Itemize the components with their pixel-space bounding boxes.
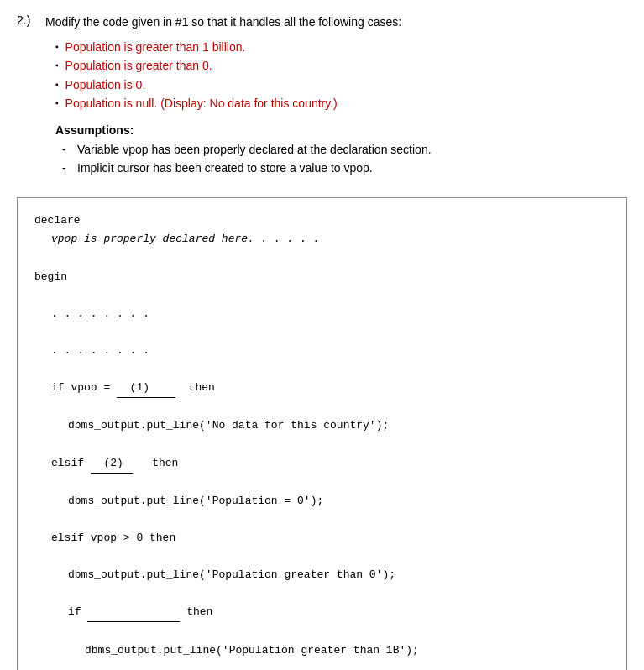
question-number: 2.) — [17, 13, 40, 191]
code-line-vpop-decl: vpop is properly declared here. . . . . … — [34, 230, 610, 249]
code-line-blank9 — [34, 584, 610, 603]
code-line-if2: if then — [34, 603, 610, 622]
bullet-item-3: Population is 0. — [55, 76, 432, 94]
code-line-blank6 — [34, 474, 610, 492]
assumption-item-2: - Implicit cursor has been created to st… — [55, 159, 432, 177]
code-line-elsif1: elsif (2) then — [34, 454, 610, 474]
question-text: Modify the code given in #1 so that it h… — [45, 13, 432, 31]
bullet-item-1: Population is greater than 1 billion. — [55, 38, 432, 56]
bullet-text-2: Population is greater than 0. — [65, 56, 212, 75]
assumptions-title: Assumptions: — [55, 123, 432, 137]
code-line-dots1: . . . . . . . . — [34, 305, 610, 323]
code-line-pop-gt0: dbms_output.put_line('Population greater… — [34, 566, 610, 584]
assumptions-section: Assumptions: - Variable vpop has been pr… — [45, 123, 432, 178]
code-line-dots2: . . . . . . . . — [34, 342, 610, 360]
assumption-text-2: Implicit cursor has been created to stor… — [77, 159, 373, 177]
blank-3 — [87, 603, 180, 622]
assumption-item-1: - Variable vpop has been properly declar… — [55, 140, 432, 159]
code-line-begin — [34, 249, 610, 268]
code-block: declare vpop is properly declared here. … — [17, 197, 627, 670]
assumption-text-1: Variable vpop has been properly declared… — [77, 140, 432, 159]
code-line-elsif2: elsif vpop > 0 then — [34, 529, 610, 547]
code-line-declare: declare — [34, 212, 610, 230]
code-line-blank11 — [34, 660, 610, 670]
bullet-text-4: Population is null. (Display: No data fo… — [65, 94, 338, 113]
bullet-text-1: Population is greater than 1 billion. — [65, 38, 246, 56]
assumption-dash-2: - — [62, 159, 71, 177]
code-line-begin-kw: begin — [34, 268, 610, 286]
question-header: 2.) Modify the code given in #1 so that … — [17, 13, 627, 191]
bullet-item-2: Population is greater than 0. — [55, 56, 432, 75]
code-line-blank8 — [34, 547, 610, 566]
code-line-no-data: dbms_output.put_line('No data for this c… — [34, 416, 610, 435]
bullet-item-4: Population is null. (Display: No data fo… — [55, 94, 432, 113]
code-line-blank3 — [34, 360, 610, 379]
code-line-pop-zero: dbms_output.put_line('Population = 0'); — [34, 492, 610, 510]
code-line-blank1 — [34, 286, 610, 305]
blank-1: (1) — [117, 379, 175, 398]
blank-2: (2) — [91, 454, 133, 474]
code-line-pop-1b: dbms_output.put_line('Population greater… — [34, 641, 610, 660]
code-line-if: if vpop = (1) then — [34, 379, 610, 398]
code-line-blank5 — [34, 435, 610, 453]
code-line-blank7 — [34, 510, 610, 529]
bullet-text-3: Population is 0. — [65, 76, 146, 94]
code-line-blank4 — [34, 398, 610, 416]
bullet-list: Population is greater than 1 billion. Po… — [45, 38, 432, 113]
code-line-blank2 — [34, 323, 610, 342]
question-body: Modify the code given in #1 so that it h… — [45, 13, 432, 191]
assumption-dash-1: - — [62, 140, 71, 159]
code-line-blank10 — [34, 622, 610, 641]
